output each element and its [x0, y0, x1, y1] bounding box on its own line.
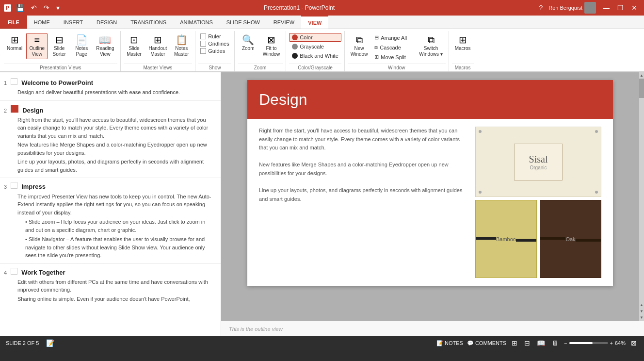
sisal-card: Sisal Organic: [475, 127, 601, 197]
slide-image-column: Sisal Organic Bamboo: [475, 127, 601, 278]
zoom-in-icon[interactable]: +: [610, 340, 613, 346]
outline-num-1: 1: [4, 80, 7, 87]
slide-viewport[interactable]: Design Right from the start, you'll have…: [221, 72, 639, 321]
guides-checkbox[interactable]: Guides: [198, 48, 231, 54]
outline-text-1: Design and deliver beautiful presentatio…: [17, 88, 215, 97]
outline-text-2c: Line up your layouts, photos, and diagra…: [17, 158, 215, 174]
notes-page-button[interactable]: 📄 NotesPage: [71, 33, 92, 59]
ribbon: FILE HOME INSERT DESIGN TRANSITIONS ANIM…: [0, 16, 644, 72]
zoom-out-icon[interactable]: −: [564, 340, 567, 346]
tab-design[interactable]: DESIGN: [90, 16, 124, 29]
new-window-button[interactable]: ⧉ NewWindow: [348, 33, 371, 59]
notes-button-label: NOTES: [445, 340, 463, 346]
divider-1: [0, 100, 221, 101]
switch-windows-button[interactable]: ⧉ SwitchWindows ▾: [416, 33, 445, 59]
gridlines-checkbox[interactable]: Gridlines: [198, 40, 231, 47]
grayscale-button[interactable]: Grayscale: [289, 42, 341, 51]
scroll-adjust-up[interactable]: ▲: [639, 302, 644, 308]
scroll-up-arrow[interactable]: ▲: [639, 72, 644, 79]
reading-view-button[interactable]: 📖 ReadingView: [93, 33, 117, 59]
save-button[interactable]: 💾: [14, 3, 26, 13]
macros-button[interactable]: ⊞ Macros: [452, 33, 474, 53]
scroll-adjust-down[interactable]: ▼: [639, 308, 644, 314]
outline-view-button[interactable]: ≡ OutlineView: [26, 33, 48, 59]
color-label: Color: [300, 34, 312, 40]
status-bar: SLIDE 2 OF 5 📝 📝 NOTES 💬 COMMENTS ⊞ ⊟ 📖 …: [0, 336, 644, 350]
zoom-slider[interactable]: [569, 342, 608, 344]
help-button[interactable]: ?: [537, 3, 545, 13]
tab-home[interactable]: HOME: [27, 16, 57, 29]
gridlines-label: Gridlines: [208, 41, 229, 47]
reading-view-status-icon[interactable]: 📖: [535, 338, 547, 348]
notes-page-label: NotesPage: [75, 46, 88, 57]
outline-view-label: OutlineView: [29, 46, 45, 57]
fit-to-window-button[interactable]: ⊠ Fit toWindow: [260, 33, 283, 59]
arrange-all-button[interactable]: ⊟ Arrange All: [371, 33, 415, 42]
fit-slide-icon[interactable]: ⊠: [629, 338, 638, 348]
tab-transitions[interactable]: TRANSITIONS: [124, 16, 173, 29]
outline-item-4: 4 Work Together Edit with others from di…: [0, 266, 221, 305]
slide-master-button[interactable]: ⊡ SlideMaster: [124, 33, 145, 59]
sisal-inner-card: Sisal Organic: [514, 144, 563, 180]
note-bar: This is the outline view: [221, 321, 644, 336]
tab-insert[interactable]: INSERT: [57, 16, 90, 29]
normal-view-status-icon[interactable]: ⊞: [510, 338, 519, 348]
move-split-button[interactable]: ⊞ Move Split: [371, 52, 415, 62]
slide-text-column: Right from the start, you'll have access…: [259, 127, 467, 278]
outline-text-3: The improved Presenter View has new tool…: [17, 193, 215, 217]
normal-view-icon: ⊞: [11, 35, 19, 45]
zoom-icon: 🔍: [242, 35, 254, 45]
outline-panel[interactable]: 1 Welcome to PowerPoint Design and deliv…: [0, 72, 221, 336]
master-views-label: Master Views: [124, 64, 193, 71]
right-scrollbar[interactable]: ▲ ▲ ▼ ▼: [639, 72, 644, 321]
group-presentation-views: ⊞ Normal ≡ OutlineView ⊟ SlideSorter 📄 N…: [2, 31, 121, 71]
slide-thumb-4: [11, 268, 17, 275]
group-macros: ⊞ Macros Macros: [450, 31, 477, 71]
notes-button[interactable]: 📝 NOTES: [436, 340, 463, 346]
show-label: Show: [198, 64, 231, 71]
normal-view-button[interactable]: ⊞ Normal: [4, 33, 25, 53]
redo-button[interactable]: ↷: [42, 3, 51, 13]
outline-item-2: 2 Design Right from the start, you'll ha…: [0, 103, 221, 176]
handout-master-button[interactable]: ⊞ HandoutMaster: [146, 33, 170, 59]
slide-sorter-button[interactable]: ⊟ SlideSorter: [48, 33, 70, 59]
tab-view[interactable]: VIEW: [301, 16, 328, 29]
customize-button[interactable]: ▾: [54, 3, 62, 13]
comments-button[interactable]: 💬 COMMENTS: [467, 340, 506, 346]
move-split-label: Move Split: [381, 54, 405, 60]
slide-badge-2: [11, 105, 18, 113]
scroll-down-arrow[interactable]: ▼: [639, 314, 644, 321]
divider-3: [0, 263, 221, 264]
outline-bullet-3b: • Slide Navigator – A feature that enabl…: [25, 235, 215, 260]
restore-button[interactable]: ❐: [614, 3, 627, 13]
slide-sorter-status-icon[interactable]: ⊟: [523, 338, 531, 348]
black-white-button[interactable]: Black and White: [289, 51, 341, 60]
cascade-button[interactable]: ⧈ Cascade: [371, 43, 415, 52]
presenter-view-status-icon[interactable]: 🖥: [550, 338, 560, 348]
ribbon-content: ⊞ Normal ≡ OutlineView ⊟ SlideSorter 📄 N…: [0, 29, 644, 72]
minimize-button[interactable]: —: [600, 3, 612, 13]
slide-title: Design: [259, 91, 307, 109]
color-button[interactable]: Color: [289, 33, 341, 42]
outline-text-2: Right from the start, you'll have access…: [17, 116, 215, 140]
color-grayscale-label: Color/Grayscale: [289, 64, 341, 71]
slide-info: SLIDE 2 OF 5: [6, 340, 39, 346]
outline-item-1: 1 Welcome to PowerPoint Design and deliv…: [0, 76, 221, 98]
tab-slideshow[interactable]: SLIDE SHOW: [220, 16, 267, 29]
grayscale-label: Grayscale: [300, 44, 324, 49]
scroll-thumb[interactable]: [639, 79, 644, 98]
normal-view-label: Normal: [7, 46, 22, 51]
tab-file[interactable]: FILE: [0, 16, 27, 29]
group-show: Ruler Gridlines Guides Show: [196, 31, 234, 71]
user-info[interactable]: Ron Bergquist: [548, 2, 596, 14]
master-views-items: ⊡ SlideMaster ⊞ HandoutMaster 📋 NotesMas…: [124, 31, 193, 63]
bamboo-thumbnail: Bamboo: [475, 200, 537, 278]
undo-button[interactable]: ↶: [29, 3, 39, 13]
zoom-button[interactable]: 🔍 Zoom: [238, 33, 259, 53]
ruler-checkbox[interactable]: Ruler: [198, 33, 231, 40]
tab-animations[interactable]: ANIMATIONS: [173, 16, 220, 29]
switch-windows-icon: ⧉: [428, 35, 435, 45]
close-button[interactable]: ✕: [628, 3, 640, 13]
notes-master-button[interactable]: 📋 NotesMaster: [171, 33, 192, 59]
tab-review[interactable]: REVIEW: [267, 16, 301, 29]
